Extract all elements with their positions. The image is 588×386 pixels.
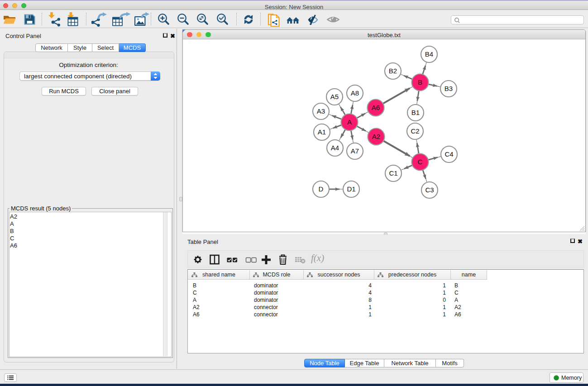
svg-text:A2: A2 [372,133,380,140]
svg-text:C3: C3 [425,186,434,194]
svg-text:A7: A7 [351,147,359,155]
svg-text:A6: A6 [372,104,380,111]
svg-text:B2: B2 [389,67,397,75]
svg-text:C4: C4 [445,150,453,158]
svg-text:A8: A8 [351,89,359,97]
svg-text:B: B [418,78,422,86]
svg-text:D: D [319,185,324,193]
svg-text:C2: C2 [411,127,419,135]
svg-text:B1: B1 [411,109,420,116]
svg-text:A5: A5 [330,93,339,100]
svg-text:A: A [347,118,352,126]
svg-text:B3: B3 [445,85,453,92]
svg-text:A3: A3 [317,107,325,115]
svg-text:C: C [418,158,423,166]
svg-text:A1: A1 [318,128,326,136]
svg-text:B4: B4 [425,50,433,58]
svg-text:A4: A4 [331,144,339,152]
svg-text:D1: D1 [347,185,355,193]
svg-text:C1: C1 [389,169,397,177]
